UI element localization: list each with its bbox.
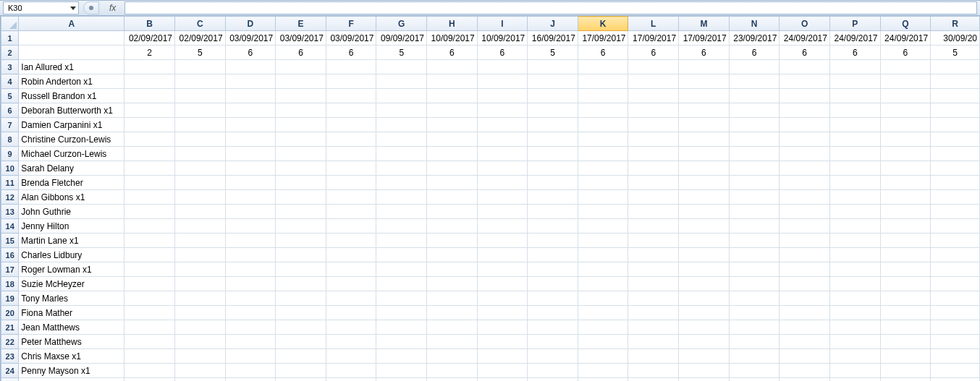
cell-F12[interactable] (326, 190, 376, 205)
cell-I24[interactable] (477, 364, 528, 378)
cell-A18[interactable]: Suzie McHeyzer (19, 277, 124, 291)
cell-D24[interactable] (225, 364, 276, 378)
cell-M20[interactable] (679, 306, 730, 320)
cell-O21[interactable] (780, 320, 830, 335)
cell-D5[interactable] (225, 89, 276, 103)
cell-J6[interactable] (528, 103, 578, 118)
row-header-23[interactable]: 23 (1, 349, 19, 364)
cell-E19[interactable] (276, 291, 326, 306)
cell-N25[interactable] (729, 378, 780, 382)
cell-H5[interactable] (427, 89, 478, 103)
cell-L13[interactable] (628, 205, 679, 219)
cell-J20[interactable] (528, 306, 578, 320)
cell-F18[interactable] (326, 277, 376, 291)
cell-A5[interactable]: Russell Brandon x1 (19, 89, 124, 103)
cell-B19[interactable] (124, 291, 175, 306)
cell-O7[interactable] (780, 118, 830, 132)
cell-C20[interactable] (175, 306, 226, 320)
cell-L23[interactable] (628, 349, 679, 364)
cell-B18[interactable] (124, 277, 175, 291)
cell-R1[interactable]: 30/09/20 (931, 31, 980, 46)
cell-Q13[interactable] (880, 205, 931, 219)
cell-A2[interactable] (19, 46, 124, 60)
cell-C8[interactable] (175, 132, 226, 147)
cell-J10[interactable] (528, 161, 578, 176)
cell-N4[interactable] (729, 74, 780, 89)
cell-K10[interactable] (578, 161, 628, 176)
cell-J22[interactable] (528, 335, 578, 349)
cell-J9[interactable] (528, 147, 578, 161)
row-header-13[interactable]: 13 (1, 205, 19, 219)
cell-K12[interactable] (578, 190, 628, 205)
cell-M22[interactable] (679, 335, 730, 349)
cell-C1[interactable]: 02/09/2017 (175, 31, 226, 46)
row-header-19[interactable]: 19 (1, 291, 19, 306)
cell-N5[interactable] (729, 89, 780, 103)
cell-K16[interactable] (578, 248, 628, 262)
cell-L4[interactable] (628, 74, 679, 89)
col-header-K[interactable]: K (578, 17, 628, 31)
cell-J5[interactable] (528, 89, 578, 103)
cell-A7[interactable]: Damien Carpanini x1 (19, 118, 124, 132)
cell-Q23[interactable] (880, 349, 931, 364)
cell-C15[interactable] (175, 234, 226, 248)
cell-F24[interactable] (326, 364, 376, 378)
cell-R14[interactable] (931, 219, 980, 234)
cell-I2[interactable]: 6 (477, 46, 528, 60)
cell-E10[interactable] (276, 161, 326, 176)
cell-Q25[interactable] (880, 378, 931, 382)
cell-N13[interactable] (729, 205, 780, 219)
cell-N16[interactable] (729, 248, 780, 262)
cell-K18[interactable] (578, 277, 628, 291)
cell-F13[interactable] (326, 205, 376, 219)
cell-B13[interactable] (124, 205, 175, 219)
col-header-Q[interactable]: Q (880, 17, 931, 31)
cell-E16[interactable] (276, 248, 326, 262)
cell-Q1[interactable]: 24/09/2017 (880, 31, 931, 46)
fx-label[interactable]: fx (102, 3, 122, 13)
cell-H21[interactable] (427, 320, 478, 335)
cell-K9[interactable] (578, 147, 628, 161)
cell-J19[interactable] (528, 291, 578, 306)
col-header-C[interactable]: C (175, 17, 226, 31)
cell-K4[interactable] (578, 74, 628, 89)
cell-H2[interactable]: 6 (427, 46, 478, 60)
cell-R3[interactable] (931, 60, 980, 74)
cell-I21[interactable] (477, 320, 528, 335)
cell-I25[interactable] (477, 378, 528, 382)
cell-G16[interactable] (376, 248, 427, 262)
cell-J1[interactable]: 16/09/2017 (528, 31, 578, 46)
cell-C3[interactable] (175, 60, 226, 74)
cell-E1[interactable]: 03/09/2017 (276, 31, 326, 46)
cell-P24[interactable] (829, 364, 880, 378)
col-header-N[interactable]: N (729, 17, 780, 31)
cell-D13[interactable] (225, 205, 276, 219)
cell-D25[interactable] (225, 378, 276, 382)
cell-M24[interactable] (679, 364, 730, 378)
cell-K1[interactable]: 17/09/2017 (578, 31, 628, 46)
row-header-18[interactable]: 18 (1, 277, 19, 291)
cell-P21[interactable] (829, 320, 880, 335)
cell-I22[interactable] (477, 335, 528, 349)
cell-O22[interactable] (780, 335, 830, 349)
cell-F5[interactable] (326, 89, 376, 103)
cell-O10[interactable] (780, 161, 830, 176)
cell-R11[interactable] (931, 176, 980, 190)
cell-L20[interactable] (628, 306, 679, 320)
cell-F8[interactable] (326, 132, 376, 147)
cell-G9[interactable] (376, 147, 427, 161)
cell-B23[interactable] (124, 349, 175, 364)
cell-O18[interactable] (780, 277, 830, 291)
cell-L5[interactable] (628, 89, 679, 103)
cell-Q19[interactable] (880, 291, 931, 306)
cell-P18[interactable] (829, 277, 880, 291)
cell-G10[interactable] (376, 161, 427, 176)
cell-M8[interactable] (679, 132, 730, 147)
cell-Q10[interactable] (880, 161, 931, 176)
cell-N8[interactable] (729, 132, 780, 147)
cell-M19[interactable] (679, 291, 730, 306)
cell-B3[interactable] (124, 60, 175, 74)
cell-Q20[interactable] (880, 306, 931, 320)
cell-A19[interactable]: Tony Marles (19, 291, 124, 306)
cell-P22[interactable] (829, 335, 880, 349)
